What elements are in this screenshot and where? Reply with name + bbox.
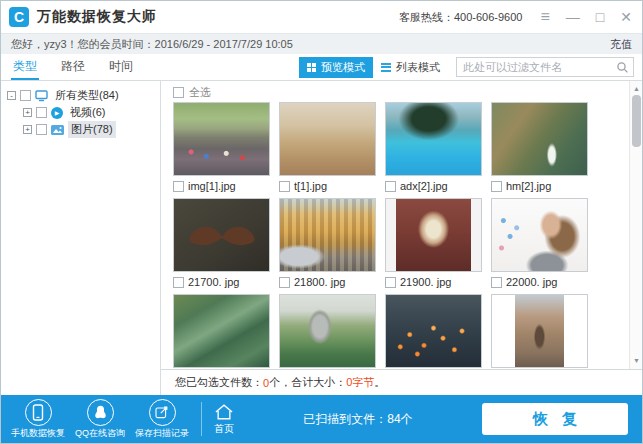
thumbnail-image[interactable] [173,102,270,176]
file-checkbox[interactable] [491,277,502,288]
list-view-icon [381,63,391,72]
select-all-checkbox[interactable] [173,87,184,98]
home-button[interactable]: 首页 [214,403,234,436]
recharge-link[interactable]: 充值 [610,37,632,52]
app-window: C 万能数据恢复大师 客服热线：400-606-9600 ≡ — □ ✕ 您好，… [0,0,643,444]
file-checkbox[interactable] [173,181,184,192]
grid-view-icon [307,63,316,72]
expand-icon[interactable]: + [23,108,32,117]
recover-button[interactable]: 恢复 [482,403,628,435]
phone-recovery-button[interactable]: 手机数据恢复 [7,399,69,440]
thumbnail-cell: 21800. jpg [279,198,376,292]
minimize-button[interactable]: — [566,10,580,24]
thumbnail-cell: adx[2].jpg [385,102,482,196]
close-button[interactable]: ✕ [620,10,632,24]
select-all-label: 全选 [189,85,211,100]
save-scan-record-button[interactable]: 保存扫描记录 [131,399,193,440]
collapse-icon[interactable]: - [7,91,16,100]
thumbnail-image[interactable] [491,198,588,272]
thumbnail-grid-area: 全选 img[1].jpg t[1].jpg adx[2].jpg [161,81,642,369]
action-label: 手机数据恢复 [11,427,65,440]
thumbnail-image[interactable] [279,294,376,368]
selection-status-bar: 您已勾选文件数：0个，合计大小：0字节。 [161,369,642,395]
status-mid: 个，合计大小： [269,375,346,390]
home-icon [214,403,234,421]
selected-size: 0字节 [346,375,374,390]
main-panel: 全选 img[1].jpg t[1].jpg adx[2].jpg [161,81,642,395]
thumbnail-cell: t[1].jpg [279,102,376,196]
app-logo-icon: C [9,7,29,27]
file-name: 21900. jpg [400,276,451,288]
phone-icon [31,404,45,421]
scrollbar-thumb[interactable] [632,95,641,147]
file-name: t[1].jpg [294,180,327,192]
thumbnail-cell [385,294,482,369]
thumbnail-cell: 21700. jpg [173,198,270,292]
export-icon [154,404,170,420]
tab-type[interactable]: 类型 [11,54,39,80]
tree-item-label: 所有类型(84) [52,87,122,104]
thumbnail-image[interactable] [385,102,482,176]
file-checkbox[interactable] [385,181,396,192]
file-checkbox[interactable] [173,277,184,288]
tab-path[interactable]: 路径 [59,54,87,80]
file-checkbox[interactable] [385,277,396,288]
tree-item-all-types[interactable]: - 所有类型(84) [7,87,160,104]
tree-checkbox[interactable] [20,90,31,101]
file-checkbox[interactable] [491,181,502,192]
app-title: 万能数据恢复大师 [37,8,157,26]
file-name: 21700. jpg [188,276,239,288]
video-icon: ▶ [51,107,63,119]
thumbnail-image[interactable] [491,102,588,176]
service-hotline: 客服热线：400-606-9600 [399,10,523,25]
scroll-up-icon[interactable]: ▲ [630,83,642,95]
thumbnail-image[interactable] [279,102,376,176]
filter-search-box [456,57,634,77]
preview-mode-label: 预览模式 [321,60,365,75]
file-name: hm[2].jpg [506,180,551,192]
qq-penguin-icon [92,404,109,421]
thumbnail-image[interactable] [385,198,482,272]
toolbar: 类型 路径 时间 预览模式 列表模式 [1,54,642,81]
thumbnail-image[interactable] [491,294,588,368]
list-mode-label: 列表模式 [396,60,440,75]
thumbnail-grid: img[1].jpg t[1].jpg adx[2].jpg hm[2].jpg [173,102,642,369]
file-checkbox[interactable] [279,277,290,288]
thumbnail-image[interactable] [385,294,482,368]
content-area: - 所有类型(84) + ▶ 视频(6) + [1,81,642,395]
tab-time[interactable]: 时间 [107,54,135,80]
thumbnail-cell: 21900. jpg [385,198,482,292]
tree-checkbox[interactable] [36,107,47,118]
thumbnail-image[interactable] [173,294,270,368]
thumbnail-cell [491,294,588,369]
expand-icon[interactable]: + [23,125,32,134]
file-checkbox[interactable] [279,181,290,192]
thumbnail-image[interactable] [279,198,376,272]
bottom-action-bar: 手机数据恢复 QQ在线咨询 保存扫描记录 [1,395,642,443]
scroll-down-icon[interactable]: ▼ [630,355,642,367]
thumbnail-cell: hm[2].jpg [491,102,588,196]
tree-item-video[interactable]: + ▶ 视频(6) [7,104,160,121]
search-icon[interactable] [616,61,629,74]
filter-search-input[interactable] [463,61,616,73]
list-mode-button[interactable]: 列表模式 [373,57,448,78]
status-suffix: 。 [374,375,385,390]
thumbnail-image[interactable] [173,198,270,272]
file-name: 22000. jpg [506,276,557,288]
thumbnail-cell: img[1].jpg [173,102,270,196]
tree-checkbox[interactable] [36,124,47,135]
thumbnail-cell [279,294,376,369]
preview-mode-button[interactable]: 预览模式 [299,57,373,78]
maximize-button[interactable]: □ [596,10,604,24]
tree-item-label: 视频(6) [67,104,108,121]
title-bar: C 万能数据恢复大师 客服热线：400-606-9600 ≡ — □ ✕ [1,1,642,33]
menu-icon[interactable]: ≡ [540,9,549,25]
thumbnail-cell [173,294,270,369]
tree-item-image[interactable]: + 图片(78) [7,121,160,138]
file-type-tree: - 所有类型(84) + ▶ 视频(6) + [1,81,161,395]
scanned-files-count: 已扫描到文件：84个 [234,411,482,428]
qq-consult-button[interactable]: QQ在线咨询 [69,399,131,440]
thumbnail-cell: 22000. jpg [491,198,588,292]
member-greeting: 您好，yzy3！您的会员时间：2016/6/29 - 2017/7/29 10:… [11,37,293,52]
vertical-scrollbar[interactable]: ▲ ▼ [629,81,642,369]
